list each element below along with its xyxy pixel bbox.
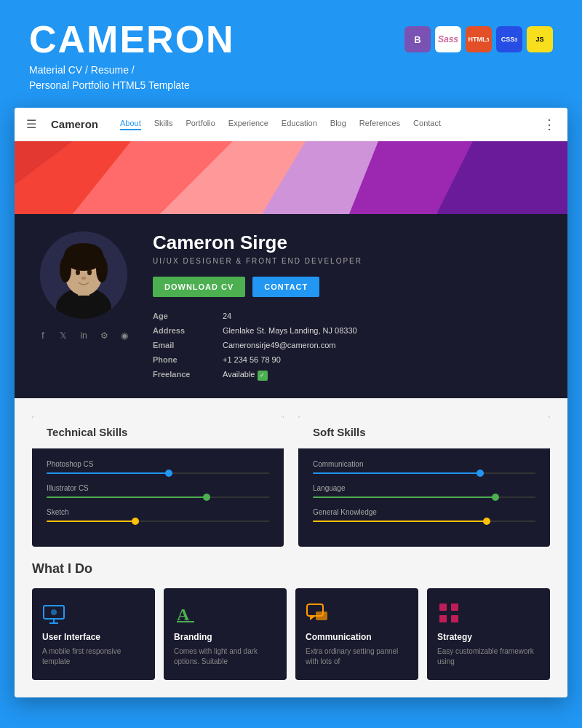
js-badge: JS bbox=[527, 26, 553, 52]
nav-links: About Skills Portfolio Experience Educat… bbox=[120, 119, 528, 130]
service-cards: User Interface A mobile first responsive… bbox=[32, 588, 550, 680]
skill-communication-fill bbox=[313, 472, 480, 474]
twitter-icon[interactable]: 𝕏 bbox=[57, 329, 70, 342]
skill-general-label: General Knowledge bbox=[313, 508, 535, 516]
settings-icon[interactable]: ⚙ bbox=[97, 329, 111, 342]
service-card-strategy: Strategy Easy customizable framework usi… bbox=[427, 588, 550, 680]
freelance-value: Available ✓ bbox=[223, 370, 546, 381]
nav-about[interactable]: About bbox=[120, 119, 141, 130]
skill-communication-track[interactable] bbox=[313, 472, 535, 474]
strategy-service-desc: Easy customizable framework using bbox=[437, 646, 540, 667]
skill-sketch-knob[interactable] bbox=[132, 518, 139, 525]
contact-button[interactable]: CONTACT bbox=[252, 277, 319, 297]
instagram-icon[interactable]: ◉ bbox=[118, 329, 131, 342]
avatar bbox=[40, 232, 127, 319]
nav-bar: ☰ Cameron About Skills Portfolio Experie… bbox=[15, 108, 567, 141]
facebook-icon[interactable]: f bbox=[36, 329, 49, 342]
linkedin-icon[interactable]: in bbox=[77, 329, 90, 342]
service-card-communication: Communication Extra ordinary setting pan… bbox=[295, 588, 418, 680]
skill-language-knob[interactable] bbox=[492, 494, 499, 501]
nav-experience[interactable]: Experience bbox=[228, 119, 268, 130]
technical-skills-card: Technical Skills Photoshop CS Illustrato… bbox=[32, 416, 284, 547]
soft-skills-title: Soft Skills bbox=[298, 416, 550, 448]
svg-point-17 bbox=[81, 277, 86, 280]
svg-point-13 bbox=[60, 256, 71, 282]
bootstrap-badge: B bbox=[404, 26, 431, 52]
strategy-service-name: Strategy bbox=[437, 632, 540, 642]
skill-photoshop: Photoshop CS bbox=[47, 460, 269, 474]
technical-skills-title: Technical Skills bbox=[32, 416, 284, 448]
svg-rect-27 bbox=[439, 604, 447, 611]
brand-title: CAMERON bbox=[29, 20, 235, 58]
hero-banner bbox=[15, 141, 567, 214]
preview-container: ☰ Cameron About Skills Portfolio Experie… bbox=[15, 108, 567, 697]
svg-point-21 bbox=[51, 609, 57, 615]
nav-logo: Cameron bbox=[51, 118, 98, 130]
skill-illustrator-fill bbox=[47, 496, 207, 498]
download-cv-button[interactable]: DOWNLOAD CV bbox=[153, 277, 245, 297]
comm-service-name: Communication bbox=[306, 632, 408, 642]
skill-photoshop-knob[interactable] bbox=[165, 470, 172, 477]
nav-references[interactable]: References bbox=[359, 119, 400, 130]
skill-sketch-track[interactable] bbox=[47, 521, 269, 522]
skill-communication-knob[interactable] bbox=[477, 470, 484, 477]
age-value: 24 bbox=[223, 312, 546, 320]
email-label: Email bbox=[153, 341, 211, 349]
profile-section: f 𝕏 in ⚙ ◉ Cameron Sirge UI/UX DESIGNER … bbox=[15, 214, 567, 398]
skill-language-label: Language bbox=[313, 484, 535, 492]
skill-sketch: Sketch bbox=[47, 508, 269, 522]
skill-general-fill bbox=[313, 521, 487, 522]
more-options-icon[interactable]: ⋮ bbox=[543, 116, 556, 132]
profile-buttons: DOWNLOAD CV CONTACT bbox=[153, 277, 546, 297]
ui-service-name: User Interface bbox=[42, 632, 145, 642]
skill-language: Language bbox=[313, 484, 535, 498]
social-icons: f 𝕏 in ⚙ ◉ bbox=[36, 329, 131, 342]
tech-badges: B Sass HTML5 CSS3 JS bbox=[404, 26, 553, 52]
skill-general-knowledge: General Knowledge bbox=[313, 508, 535, 522]
html5-badge: HTML5 bbox=[466, 26, 492, 52]
skill-photoshop-label: Photoshop CS bbox=[47, 460, 269, 468]
brand-subtitle: Material CV / Resume / Personal Portfoli… bbox=[29, 63, 235, 93]
communication-icon bbox=[306, 601, 329, 625]
phone-label: Phone bbox=[153, 355, 211, 364]
svg-point-16 bbox=[87, 269, 92, 275]
strategy-icon bbox=[437, 601, 461, 625]
skill-illustrator: Illustrator CS bbox=[47, 484, 269, 498]
svg-rect-30 bbox=[451, 615, 458, 622]
freelance-label: Freelance bbox=[153, 370, 211, 381]
soft-skills-card: Soft Skills Communication Language bbox=[298, 416, 550, 547]
skill-general-knob[interactable] bbox=[483, 518, 490, 525]
ui-service-desc: A mobile first responsive template bbox=[42, 646, 145, 667]
nav-portfolio[interactable]: Portfolio bbox=[186, 119, 215, 130]
skill-communication: Communication bbox=[313, 460, 535, 474]
branding-service-name: Branding bbox=[174, 632, 276, 642]
skill-photoshop-track[interactable] bbox=[47, 472, 269, 474]
hamburger-icon[interactable]: ☰ bbox=[26, 117, 36, 131]
skill-illustrator-knob[interactable] bbox=[203, 494, 210, 501]
phone-value: +1 234 56 78 90 bbox=[223, 355, 546, 364]
skill-illustrator-track[interactable] bbox=[47, 496, 269, 498]
nav-contact[interactable]: Contact bbox=[413, 119, 441, 130]
skills-row: Technical Skills Photoshop CS Illustrato… bbox=[32, 416, 550, 547]
skill-general-track[interactable] bbox=[313, 521, 535, 522]
profile-name: Cameron Sirge bbox=[153, 232, 546, 254]
svg-rect-26 bbox=[316, 612, 327, 620]
profile-info: Age 24 Address Glenlake St. Mays Landing… bbox=[153, 312, 546, 381]
nav-blog[interactable]: Blog bbox=[330, 119, 346, 130]
svg-point-14 bbox=[96, 256, 108, 282]
skill-sketch-fill bbox=[47, 521, 135, 522]
brand-section: CAMERON Material CV / Resume / Personal … bbox=[29, 20, 235, 93]
profile-title: UI/UX DESIGNER & FRONT END DEVELOPER bbox=[153, 257, 546, 265]
ui-icon bbox=[42, 601, 65, 625]
nav-skills[interactable]: Skills bbox=[154, 119, 173, 130]
svg-rect-29 bbox=[439, 615, 447, 622]
nav-education[interactable]: Education bbox=[282, 119, 317, 130]
sass-badge: Sass bbox=[435, 26, 461, 52]
email-value: Cameronsirje49@cameron.com bbox=[223, 341, 546, 349]
branding-service-desc: Comes with light and dark options. Suita… bbox=[174, 646, 276, 667]
branding-icon: A bbox=[174, 601, 197, 625]
svg-point-12 bbox=[65, 243, 103, 264]
service-card-ui: User Interface A mobile first responsive… bbox=[32, 588, 155, 680]
skill-language-track[interactable] bbox=[313, 496, 535, 498]
skill-language-fill bbox=[313, 496, 495, 498]
